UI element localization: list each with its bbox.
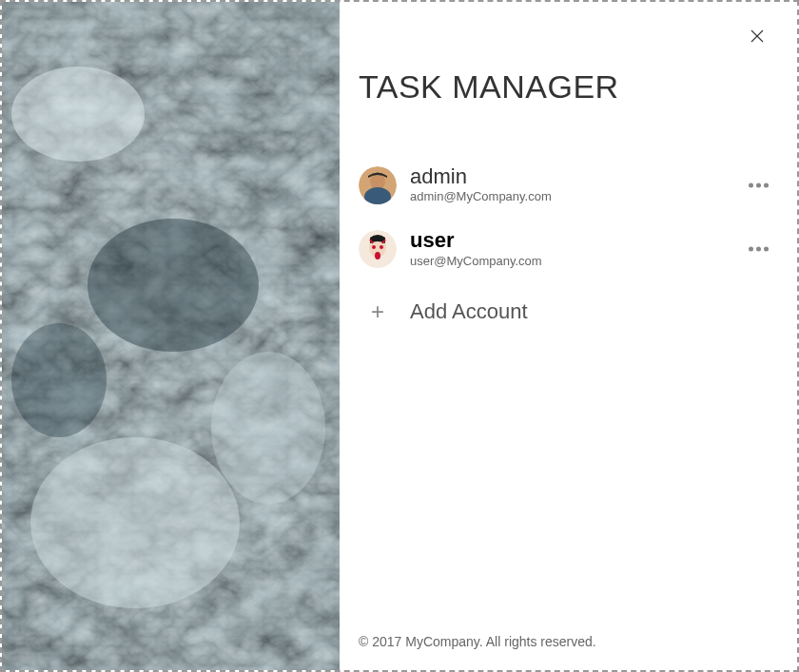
footer-text: © 2017 MyCompany. All rights reserved. [359,634,596,649]
account-row-admin[interactable]: admin admin@MyCompany.com [340,153,797,217]
svg-point-8 [211,352,325,504]
account-email: user@MyCompany.com [410,254,778,270]
account-info: user user@MyCompany.com [410,228,778,269]
hero-image [2,2,340,670]
more-button[interactable] [749,182,769,187]
svg-point-5 [11,67,145,162]
dots-icon [749,182,753,187]
svg-point-7 [30,437,240,608]
svg-point-17 [372,245,376,249]
avatar [359,230,397,268]
add-account-button[interactable]: + Add Account [340,281,797,342]
account-email: admin@MyCompany.com [410,189,778,205]
close-icon [749,28,766,45]
plus-icon: + [359,298,397,325]
login-dialog: TASK MANAGER admin admin@MyCompany.com [0,0,799,672]
svg-point-9 [11,323,107,437]
account-info: admin admin@MyCompany.com [410,164,778,205]
avatar [359,166,397,204]
account-name: admin [410,164,778,189]
close-button[interactable] [746,25,769,48]
content-panel: TASK MANAGER admin admin@MyCompany.com [340,2,797,670]
account-row-user[interactable]: user user@MyCompany.com [340,217,797,280]
accounts-list: admin admin@MyCompany.com [340,153,797,342]
svg-point-18 [380,245,383,249]
svg-point-19 [375,252,380,259]
account-name: user [410,228,778,253]
add-account-label: Add Account [410,299,528,324]
svg-point-6 [88,219,259,352]
more-button[interactable] [749,246,769,251]
app-title: TASK MANAGER [359,68,797,106]
dots-icon [749,246,753,251]
